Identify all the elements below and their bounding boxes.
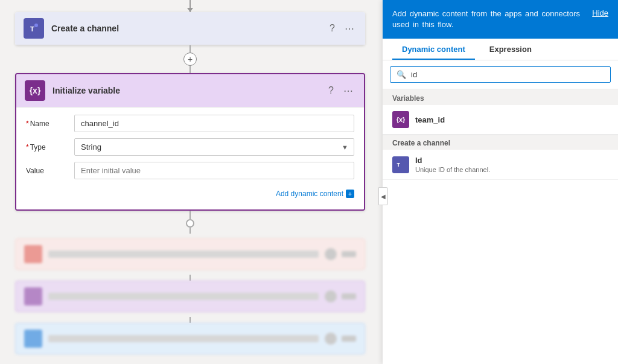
blurred-dots-3 [342, 336, 356, 342]
init-variable-card: {x} Initialize variable ? ⋯ *Name [15, 73, 365, 211]
name-required: * [26, 120, 29, 128]
panel-expand-arrow[interactable]: ◀ [378, 187, 388, 205]
type-required: * [26, 143, 29, 152]
create-channel-card: T Create a channel ? ⋯ [15, 12, 365, 45]
blurred-icon-3 [24, 330, 42, 348]
teams-icon: T [24, 18, 44, 39]
name-input[interactable] [74, 115, 354, 132]
svg-point-2 [34, 24, 38, 27]
search-box: 🔍 [390, 66, 611, 83]
blurred-text-3 [48, 335, 319, 342]
blurred-card-2 [15, 281, 365, 312]
variables-section-label: Variables [383, 89, 618, 105]
blurred-circle-3 [325, 333, 337, 345]
flow-canvas: T Create a channel ? ⋯ + {x} [0, 0, 380, 364]
search-input[interactable] [411, 70, 604, 79]
panel-header: Add dynamic content from the apps and co… [383, 0, 618, 39]
blurred-cards [15, 238, 365, 359]
blurred-circle-1 [325, 248, 337, 260]
type-select-wrapper: String Integer Boolean Object Array Floa… [74, 138, 354, 156]
blurred-dots-2 [342, 293, 356, 299]
team-id-item[interactable]: {x} team_id [383, 105, 618, 135]
team-id-icon: {x} [392, 111, 409, 128]
plus-connector-1: + [183, 45, 197, 73]
add-step-btn-1[interactable]: + [183, 53, 197, 66]
channel-id-text: Id Unique ID of the channel. [415, 156, 490, 173]
svg-text:T: T [397, 162, 401, 168]
channel-id-name: Id [415, 156, 490, 165]
value-row: Value [26, 162, 354, 179]
blurred-icon-1 [24, 245, 42, 263]
search-area: 🔍 [383, 60, 618, 89]
create-channel-header: T Create a channel ? ⋯ [15, 12, 365, 45]
variable-icon-text: {x} [30, 86, 41, 95]
value-input[interactable] [74, 162, 354, 179]
init-variable-title: Initialize variable [53, 86, 326, 95]
init-variable-more-btn[interactable]: ⋯ [341, 84, 355, 98]
init-variable-help-btn[interactable]: ? [326, 84, 336, 97]
variable-icon: {x} [25, 80, 45, 101]
create-channel-help-btn[interactable]: ? [327, 22, 337, 35]
dynamic-content-row: Add dynamic content + [26, 185, 354, 202]
channel-id-desc: Unique ID of the channel. [415, 166, 490, 173]
init-variable-form: *Name *Type String Integer Boolean Ob [16, 107, 364, 209]
type-label: *Type [26, 143, 74, 152]
blurred-dots-1 [342, 251, 356, 257]
type-select[interactable]: String Integer Boolean Object Array Floa… [74, 138, 354, 156]
expand-arrow-icon: ◀ [381, 193, 386, 200]
flow-steps: T Create a channel ? ⋯ + {x} [0, 0, 380, 359]
blurred-card-3 [15, 323, 365, 354]
connector-line-3 [190, 228, 191, 234]
blurred-card-1 [15, 238, 365, 270]
connector-line-2 [190, 211, 191, 219]
blurred-icon-2 [24, 287, 42, 305]
channel-id-item[interactable]: T Id Unique ID of the channel. [383, 150, 618, 180]
init-variable-actions: ? ⋯ [326, 84, 355, 98]
connector-circle [186, 219, 194, 228]
init-variable-header: {x} Initialize variable ? ⋯ [16, 74, 364, 107]
name-row: *Name [26, 115, 354, 132]
value-label: Value [26, 167, 74, 175]
add-dynamic-content-link[interactable]: Add dynamic content + [276, 190, 354, 198]
search-icon: 🔍 [397, 70, 406, 79]
panel-tabs: Dynamic content Expression [383, 39, 618, 60]
team-id-name: team_id [415, 115, 445, 124]
create-channel-more-btn[interactable]: ⋯ [342, 22, 357, 36]
tab-expression[interactable]: Expression [480, 39, 541, 60]
blurred-text-1 [48, 251, 319, 258]
blurred-connector-2 [190, 317, 191, 323]
create-channel-actions: ? ⋯ [327, 22, 357, 36]
channel-id-icon: T [392, 156, 409, 173]
blurred-text-2 [48, 293, 319, 300]
create-channel-section-label: Create a channel [383, 135, 618, 150]
team-id-text: team_id [415, 115, 445, 124]
name-label: *Name [26, 120, 74, 128]
svg-text:T: T [30, 25, 34, 33]
hide-panel-btn[interactable]: Hide [592, 8, 608, 18]
tab-dynamic-content[interactable]: Dynamic content [392, 39, 475, 60]
panel-header-text: Add dynamic content from the apps and co… [392, 8, 582, 30]
blurred-connector-1 [190, 275, 191, 281]
blurred-circle-2 [325, 290, 337, 302]
dynamic-plus-icon: + [346, 190, 354, 198]
type-row: *Type String Integer Boolean Object Arra… [26, 138, 354, 156]
create-channel-title: Create a channel [51, 24, 327, 33]
dynamic-content-panel: Add dynamic content from the apps and co… [383, 0, 618, 364]
